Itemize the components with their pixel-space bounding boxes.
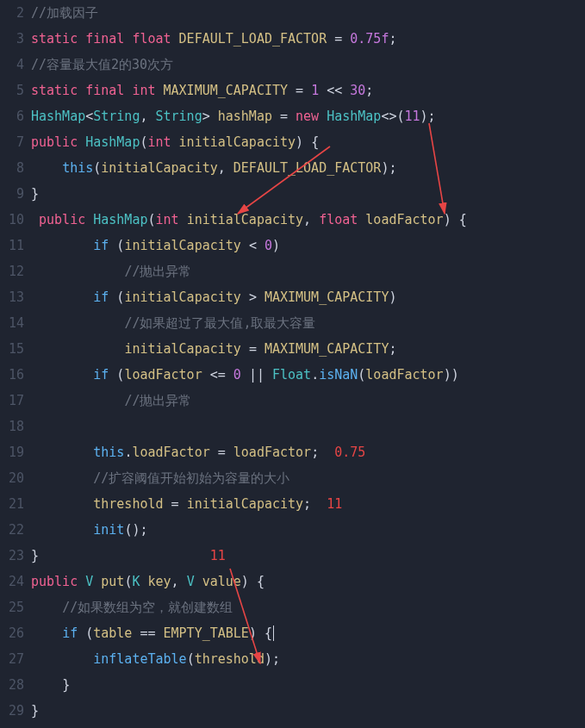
code-line: 6 HashMap<String, String> hashMap = new … — [0, 103, 585, 129]
line-number: 13 — [0, 284, 31, 310]
line-number: 16 — [0, 362, 31, 388]
code-line: 4 //容量最大值2的30次方 — [0, 52, 585, 78]
comment: //容量最大值2的30次方 — [31, 52, 173, 78]
code-line: 7 public HashMap(int initialCapacity) { — [0, 129, 585, 155]
comment: //如果数组为空，就创建数组 — [62, 594, 233, 620]
type-v: V — [85, 569, 93, 594]
text-cursor — [273, 625, 274, 641]
comment: //抛出异常 — [124, 388, 191, 414]
code-line: 3 static final float DEFAULT_LOAD_FACTOR… — [0, 26, 585, 52]
code-line: 2 //加载因子 — [0, 0, 585, 26]
line-number: 26 — [0, 620, 31, 646]
line-number: 4 — [0, 52, 31, 78]
line-number: 2 — [0, 0, 31, 26]
number-literal: 11 — [405, 103, 420, 129]
type-float: Float — [272, 362, 311, 388]
comment: //加载因子 — [31, 0, 98, 26]
code-line: 11 if (initialCapacity < 0) — [0, 233, 585, 258]
identifier: MAXIMUM_CAPACITY — [164, 78, 289, 103]
line-number: 23 — [0, 543, 31, 569]
line-number: 8 — [0, 155, 31, 181]
line-number: 10 — [0, 207, 31, 233]
line-number: 24 — [0, 569, 31, 594]
method-put: put — [101, 569, 124, 594]
code-line: 25 //如果数组为空，就创建数组 — [0, 594, 585, 620]
line-number: 27 — [0, 646, 31, 672]
code-line: 29 } — [0, 698, 585, 724]
keyword-this: this — [62, 155, 93, 181]
line-number: 22 — [0, 517, 31, 543]
line-number: 5 — [0, 78, 31, 103]
code-line: 19 this.loadFactor = loadFactor; 0.75 — [0, 439, 585, 465]
number-literal: 0.75f — [350, 26, 389, 52]
keyword-final: final — [85, 26, 124, 52]
annotation-075: 0.75 — [334, 439, 365, 465]
annotation-11: 11 — [327, 491, 342, 517]
operator-equals: = — [334, 26, 342, 52]
code-line: 5 static final int MAXIMUM_CAPACITY = 1 … — [0, 78, 585, 103]
line-number: 14 — [0, 310, 31, 336]
keyword-static: static — [31, 78, 78, 103]
comment: //如果超过了最大值,取最大容量 — [124, 310, 315, 336]
line-number: 29 — [0, 698, 31, 724]
method-init: init — [93, 517, 124, 543]
keyword-float: float — [132, 26, 171, 52]
line-number: 3 — [0, 26, 31, 52]
line-number: 9 — [0, 181, 31, 207]
code-line: 10 public HashMap(int initialCapacity, f… — [0, 207, 585, 233]
code-line: 13 if (initialCapacity > MAXIMUM_CAPACIT… — [0, 284, 585, 310]
code-line: 23 } 11 — [0, 543, 585, 569]
line-number: 21 — [0, 491, 31, 517]
semicolon: ; — [389, 26, 396, 52]
line-number: 11 — [0, 233, 31, 258]
code-line: 14 //如果超过了最大值,取最大容量 — [0, 310, 585, 336]
method-inflatetable: inflateTable — [93, 646, 186, 672]
code-line: 28 } — [0, 672, 585, 698]
constructor-name: HashMap — [85, 129, 140, 155]
code-line: 15 initialCapacity = MAXIMUM_CAPACITY; — [0, 336, 585, 362]
code-line: 27 inflateTable(threshold); — [0, 646, 585, 672]
identifier: hashMap — [218, 103, 272, 129]
operator-shl: << — [327, 78, 342, 103]
code-line: 26 if (table == EMPTY_TABLE) { — [0, 620, 585, 646]
keyword-public: public — [31, 129, 78, 155]
line-number: 20 — [0, 465, 31, 491]
line-number: 19 — [0, 439, 31, 465]
identifier: DEFAULT_LOAD_FACTOR — [179, 26, 327, 52]
code-line: 18 — [0, 414, 585, 439]
line-number: 17 — [0, 388, 31, 414]
line-number: 12 — [0, 258, 31, 284]
operator-equals: = — [296, 78, 303, 103]
code-line: 22 init(); — [0, 517, 585, 543]
number-literal: 1 — [311, 78, 319, 103]
code-line: 20 //扩容阈值开始初始为容量的大小 — [0, 465, 585, 491]
keyword-int: int — [132, 78, 155, 103]
code-line: 17 //抛出异常 — [0, 388, 585, 414]
keyword-static: static — [31, 26, 78, 52]
keyword-final: final — [85, 78, 124, 103]
type-k: K — [132, 569, 140, 594]
line-number: 7 — [0, 129, 31, 155]
code-line: 21 threshold = initialCapacity; 11 — [0, 491, 585, 517]
comment: //扩容阈值开始初始为容量的大小 — [93, 465, 289, 491]
code-line: 12 //抛出异常 — [0, 258, 585, 284]
param: initialCapacity — [179, 129, 296, 155]
type-hashmap: HashMap — [31, 103, 85, 129]
number-literal: 30 — [350, 78, 365, 103]
code-line: 9 } — [0, 181, 585, 207]
line-number: 28 — [0, 672, 31, 698]
type-string: String — [156, 103, 202, 129]
semicolon: ; — [365, 78, 373, 103]
line-number: 6 — [0, 103, 31, 129]
code-line: 8 this(initialCapacity, DEFAULT_LOAD_FAC… — [0, 155, 585, 181]
method-isnan: isNaN — [319, 362, 358, 388]
line-number: 18 — [0, 414, 31, 439]
line-number: 25 — [0, 594, 31, 620]
keyword-if: if — [93, 233, 109, 258]
keyword-new: new — [296, 103, 319, 129]
type-string: String — [93, 103, 140, 129]
comment: //抛出异常 — [124, 258, 191, 284]
line-number: 15 — [0, 336, 31, 362]
code-line: 16 if (loadFactor <= 0 || Float.isNaN(lo… — [0, 362, 585, 388]
annotation-11: 11 — [210, 543, 226, 569]
